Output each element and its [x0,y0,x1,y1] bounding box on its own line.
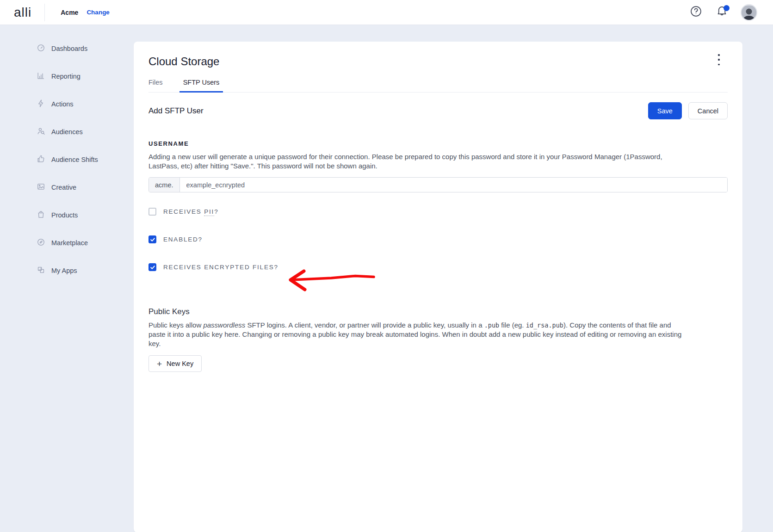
plus-icon: + [157,359,162,368]
sidebar-item-label: Audiences [51,128,83,136]
public-keys-description: Public keys allow passwordless SFTP logi… [148,321,690,348]
sidebar-item-audience-shifts[interactable]: Audience Shifts [0,154,134,165]
enabled-row: ENABLED? [148,235,728,243]
sidebar-item-label: My Apps [51,267,77,274]
sidebar-item-label: Audience Shifts [51,156,98,163]
username-label: USERNAME [148,140,728,147]
sidebar-item-creative[interactable]: Creative [0,182,134,193]
sidebar-item-label: Dashboards [51,45,87,52]
sidebar-item-audiences[interactable]: Audiences [0,126,134,137]
sidebar-item-dashboards[interactable]: Dashboards [0,43,134,54]
new-key-label: New Key [167,360,193,367]
sidebar-item-label: Products [51,211,78,219]
unread-notifications-dot [724,5,730,11]
shopping-bag-icon [37,210,45,220]
person-search-icon [37,127,45,137]
sidebar-item-label: Actions [51,100,74,108]
gauge-icon [37,43,45,54]
topbar-divider [44,4,45,21]
account-name: Acme [61,9,78,16]
lightning-icon [37,99,45,109]
receives-pii-checkbox[interactable] [148,208,156,216]
pii-abbr: PII [204,208,214,216]
form-heading: Add SFTP User [148,106,204,116]
topbar-actions [689,4,757,21]
enabled-checkbox[interactable] [148,235,156,243]
tab-files[interactable]: Files [145,79,167,92]
question-circle-icon [690,5,702,19]
user-avatar[interactable] [741,4,757,21]
page-title: Cloud Storage [148,54,728,69]
public-keys-heading: Public Keys [148,307,728,316]
sidebar-item-my-apps[interactable]: My Apps [0,265,134,276]
receives-encrypted-files-label: RECEIVES ENCRYPTED FILES? [163,264,278,271]
sidebar-item-marketplace[interactable]: Marketplace [0,237,134,248]
form-header: Add SFTP User Save Cancel [148,102,728,119]
tab-sftp-users[interactable]: SFTP Users [179,79,223,92]
username-input[interactable] [180,178,728,192]
cloud-storage-card: Cloud Storage Files SFTP Users Add SFTP … [134,42,742,532]
new-key-button[interactable]: + New Key [148,355,202,372]
apps-grid-icon [37,266,45,276]
sidebar-item-actions[interactable]: Actions [0,99,134,110]
enabled-label: ENABLED? [163,236,203,243]
help-button[interactable] [689,6,703,19]
sidebar-item-products[interactable]: Products [0,210,134,221]
username-input-group: acme. [148,177,728,192]
sidebar-item-label: Reporting [51,73,80,80]
sidebar-item-label: Creative [51,184,76,191]
bar-chart-icon [37,71,45,81]
receives-encrypted-files-row: RECEIVES ENCRYPTED FILES? [148,263,728,271]
cancel-button[interactable]: Cancel [688,102,728,119]
thumbs-up-icon [37,155,45,165]
compass-icon [37,238,45,248]
app-logo: alli [14,5,31,20]
change-account-link[interactable]: Change [87,9,110,16]
receives-pii-label: RECEIVES PII? [163,208,218,215]
top-bar: alli Acme Change [0,0,773,25]
notifications-button[interactable] [715,6,729,19]
image-icon [37,182,45,192]
username-prefix: acme. [149,178,180,192]
username-description: Adding a new user will generate a unique… [148,152,690,171]
sidebar-item-label: Marketplace [51,239,88,247]
sidebar-nav: Dashboards Reporting Actions Audiences A… [0,25,134,532]
kebab-menu-icon[interactable] [715,54,723,66]
sidebar-item-reporting[interactable]: Reporting [0,71,134,82]
tab-bar: Files SFTP Users [148,79,728,93]
save-button[interactable]: Save [648,102,682,119]
receives-pii-row: RECEIVES PII? [148,208,728,216]
receives-encrypted-files-checkbox[interactable] [148,263,156,271]
